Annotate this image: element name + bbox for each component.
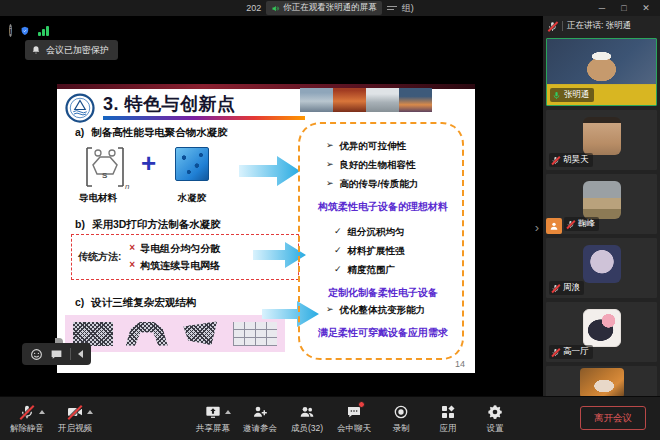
avatar (583, 309, 621, 347)
apps-button[interactable]: 应用 (431, 404, 465, 435)
mesh-structures-figure (65, 315, 285, 352)
host-badge-icon (546, 218, 562, 234)
avatar (583, 245, 621, 283)
participant-tiles: 张明通 胡昊天 (546, 38, 657, 398)
conclusion-a: 构筑柔性电子设备的理想材料 (318, 200, 448, 214)
avatar (583, 117, 621, 155)
leave-meeting-button[interactable]: 离开会议 (580, 406, 646, 430)
sidebar-collapse-chevron[interactable]: › (535, 221, 539, 234)
participant-tile[interactable]: 鞠峰 (546, 174, 657, 234)
benefit-item: ➢优化整体抗变形能力 (326, 304, 425, 317)
campus-photo (366, 88, 399, 112)
info-icon[interactable]: i (9, 24, 12, 37)
plus-sign: + (141, 148, 156, 179)
video-options-caret[interactable] (87, 410, 93, 414)
minimize-button[interactable]: ─ (592, 0, 612, 15)
shared-screen-area: i 会议已加密保护 3. 特色与创新点 (0, 16, 543, 396)
title-underline (103, 116, 305, 120)
main-area: i 会议已加密保护 3. 特色与创新点 (0, 16, 660, 396)
members-button[interactable]: 成员(32) (290, 404, 324, 435)
polymer-structure-diagram: S n (79, 144, 131, 190)
traditional-method-item: ×导电组分均匀分散 (129, 242, 220, 256)
benefits-group-b: ✓组分沉积均匀 ✓材料扩展性强 ✓精度范围广 定制化制备柔性电子设备 (300, 226, 466, 300)
layout-icon (387, 4, 397, 12)
unmute-button[interactable]: 解除静音 (10, 404, 44, 435)
record-button[interactable]: 录制 (384, 404, 418, 435)
benefits-group-c: ➢优化整体抗变形能力 满足柔性可穿戴设备应用需求 (300, 304, 466, 340)
members-icon (298, 404, 316, 421)
settings-button[interactable]: 设置 (478, 404, 512, 435)
benefit-item: ✓材料扩展性强 (334, 245, 405, 258)
maximize-button[interactable]: □ (614, 0, 634, 15)
university-logo (65, 93, 95, 123)
campus-photo (333, 88, 366, 112)
cross-bullet: × (129, 259, 135, 273)
share-screen-icon (204, 404, 222, 421)
benefit-item: ✓组分沉积均匀 (334, 226, 405, 239)
toolbar-left-group: 解除静音 开启视频 (10, 397, 92, 440)
speaker-icon (271, 4, 280, 13)
campus-photo-strip (300, 88, 432, 112)
quick-chat-icon[interactable] (50, 348, 63, 361)
emoji-reaction-icon[interactable] (30, 348, 43, 361)
material-label-conductive: 导电材料 (63, 192, 133, 205)
bell-icon (31, 45, 41, 55)
benefit-item: ➢优异的可拉伸性 (326, 140, 406, 153)
signal-strength-icon[interactable] (38, 25, 49, 36)
arrow-bullet: ➢ (326, 304, 334, 317)
participant-name-tag: 鞠峰 (564, 217, 599, 231)
chat-icon (345, 404, 363, 421)
check-bullet: ✓ (334, 264, 342, 277)
participant-name-tag: 周浪 (549, 281, 584, 295)
mic-muted-icon (551, 348, 560, 357)
traditional-method-item: ×构筑连续导电网络 (129, 259, 220, 273)
benefits-group-a: ➢优异的可拉伸性 ➢良好的生物相容性 ➢高的传导/传质能力 构筑柔性电子设备的理… (300, 140, 466, 214)
camera-off-icon (66, 404, 84, 421)
invite-button[interactable]: 邀请参会 (243, 404, 277, 435)
participant-tile[interactable]: 高一厅 (546, 302, 657, 362)
mic-options-caret[interactable] (39, 410, 45, 414)
meeting-window: 202 你正在观看张明通的屏幕 组) ─ □ ✕ i 会议已加密保护 (0, 0, 660, 440)
conclusion-b: 定制化制备柔性电子设备 (328, 286, 438, 300)
participant-tile[interactable]: 胡昊天 (546, 110, 657, 170)
chat-notification-dot (358, 401, 365, 408)
results-box: ➢优异的可拉伸性 ➢良好的生物相容性 ➢高的传导/传质能力 构筑柔性电子设备的理… (298, 122, 464, 360)
divider (70, 348, 71, 360)
titlebar: 202 你正在观看张明通的屏幕 组) ─ □ ✕ (0, 0, 660, 16)
reaction-toolbar (22, 343, 91, 365)
campus-photo (399, 88, 432, 112)
toolbar-center-group: 共享屏幕 邀请参会 成员(32) 会中聊天 (196, 397, 512, 440)
start-video-button[interactable]: 开启视频 (58, 404, 92, 435)
participant-tile[interactable]: 周浪 (546, 238, 657, 298)
shield-icon[interactable] (20, 26, 30, 36)
benefit-item: ➢高的传导/传质能力 (326, 178, 418, 191)
meeting-title-prefix: 202 (246, 3, 261, 13)
speaking-label: 正在讲话: 张明通 (567, 20, 631, 32)
participant-name-tag: 高一厅 (549, 345, 593, 359)
slide-title: 3. 特色与创新点 (103, 92, 236, 116)
mic-muted-icon (551, 156, 560, 165)
chat-button[interactable]: 会中聊天 (337, 404, 371, 435)
cross-bullet: × (129, 242, 135, 256)
collapse-left-icon[interactable] (78, 350, 83, 358)
arrow-bullet: ➢ (326, 178, 334, 191)
share-screen-button[interactable]: 共享屏幕 (196, 404, 230, 435)
share-options-caret[interactable] (225, 410, 231, 414)
divider (562, 21, 563, 31)
bottom-toolbar: 解除静音 开启视频 共享屏幕 (0, 396, 660, 440)
gear-icon (486, 404, 504, 421)
participants-sidebar: 正在讲话: 张明通 张明通 (543, 16, 660, 396)
mesh-flat-image (73, 322, 113, 346)
participant-tile-active[interactable]: 张明通 (546, 38, 657, 106)
avatar (580, 368, 624, 398)
watching-screen-badge: 你正在观看张明通的屏幕 (266, 1, 382, 15)
meeting-status-icons: i (9, 24, 49, 37)
encryption-tooltip: 会议已加密保护 (25, 40, 118, 60)
apps-grid-icon (439, 404, 457, 421)
svg-text:S: S (102, 171, 108, 180)
participant-tile[interactable] (546, 366, 657, 398)
invite-icon (251, 404, 269, 421)
presentation-slide: 3. 特色与创新点 a)制备高性能导电聚合物水凝胶 (57, 84, 475, 373)
close-button[interactable]: ✕ (636, 0, 656, 15)
mic-muted-icon (18, 404, 36, 421)
